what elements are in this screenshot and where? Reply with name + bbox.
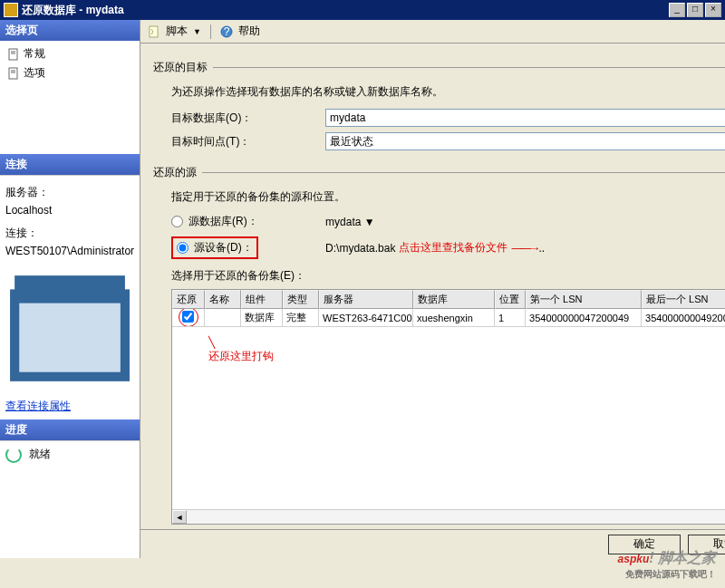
annotation-line: ╲ (208, 336, 215, 349)
radio-db-label: 源数据库(R)： (188, 214, 258, 229)
annotation-checkbox-circle (182, 311, 194, 325)
cancel-button[interactable]: 取消 (688, 535, 725, 554)
target-db-combo[interactable]: mydata ▼ (325, 109, 725, 127)
source-db-value: mydata (325, 216, 361, 228)
scroll-left-button[interactable]: ◄ (172, 510, 187, 524)
help-icon: ? (220, 25, 233, 38)
view-props-link[interactable]: 查看连接属性 (5, 400, 71, 412)
connection-value: WEST50107\Administrator (5, 245, 134, 257)
progress-section: 就绪 (0, 440, 140, 558)
source-device-value: D:\mydata.bak (325, 242, 395, 255)
col-name[interactable]: 名称 (205, 290, 241, 309)
connection-header: 连接 (0, 154, 140, 175)
page-item-options[interactable]: 选项 (4, 63, 136, 82)
horizontal-scrollbar[interactable]: ◄ ► (172, 509, 725, 524)
col-database[interactable]: 数据库 (413, 290, 495, 309)
annotation-device-box: 源设备(D)： (171, 236, 258, 259)
radio-source-database[interactable] (171, 216, 183, 227)
annotation-check-here: 还原这里打钩 (208, 350, 274, 362)
cell-name (205, 309, 241, 327)
select-page-header: 选择页 (0, 20, 140, 41)
svg-rect-7 (14, 276, 125, 304)
page-item-general[interactable]: 常规 (4, 44, 136, 63)
radio-device-label: 源设备(D)： (194, 240, 253, 255)
section-target: 还原的目标 (153, 60, 208, 75)
target-db-label: 目标数据库(O)： (171, 111, 325, 126)
source-db-combo: mydata ▼ (325, 216, 375, 228)
minimize-button[interactable]: _ (669, 3, 685, 17)
view-connection-properties[interactable]: 查看连接属性 (5, 266, 134, 413)
svg-rect-0 (9, 49, 17, 60)
script-button[interactable]: 脚本 (166, 24, 188, 39)
col-restore[interactable]: 还原 (172, 290, 205, 309)
grid-header-row: 还原 名称 组件 类型 服务器 数据库 位置 第一个 LSN 最后一个 LSN (172, 290, 725, 309)
server-label: 服务器： (5, 185, 134, 200)
cell-last-lsn: 354000000049200001 (642, 309, 725, 327)
maximize-button[interactable]: □ (687, 3, 703, 17)
window-title: 还原数据库 - mydata (22, 3, 667, 18)
left-panel: 选择页 常规 选项 连接 服务器： Localhost 连接： WEST5010… (0, 20, 140, 558)
target-hint: 为还原操作选择现有数据库的名称或键入新数据库名称。 (171, 84, 725, 100)
radio-source-device[interactable] (177, 242, 188, 254)
page-icon (7, 48, 20, 61)
right-panel: 脚本 ▼ ? 帮助 还原的目标 为还原操作选择现有数据库的名称或键入新数据库名称… (140, 20, 725, 558)
cell-server: WEST263-6471C00 (319, 309, 413, 327)
svg-rect-3 (9, 68, 17, 79)
source-hint: 指定用于还原的备份集的源和位置。 (171, 189, 725, 205)
page-list: 常规 选项 (0, 41, 140, 154)
grid-data-row[interactable]: 数据库 完整 WEST263-6471C00 xueshengxin 1 354… (172, 309, 725, 327)
dropdown-arrow-icon: ▼ (364, 216, 375, 228)
target-time-value: 最近状态 (330, 134, 373, 149)
server-value: Localhost (5, 204, 134, 217)
toolbar-separator (210, 24, 211, 39)
section-source: 还原的源 (153, 165, 197, 180)
properties-icon (5, 266, 134, 395)
annotation-arrow-icon: ——→ (511, 242, 538, 255)
script-icon (148, 25, 160, 38)
col-component[interactable]: 组件 (241, 290, 283, 309)
cell-first-lsn: 354000000047200049 (526, 309, 642, 327)
watermark-sub: 免费网站源码下载吧！ (618, 568, 716, 581)
progress-status: 就绪 (29, 447, 51, 462)
content-area: 还原的目标 为还原操作选择现有数据库的名称或键入新数据库名称。 目标数据库(O)… (140, 43, 725, 529)
target-time-field: 最近状态 (325, 132, 725, 150)
script-dropdown[interactable]: ▼ (193, 27, 201, 36)
progress-ring-icon (5, 447, 22, 463)
help-button[interactable]: 帮助 (238, 24, 260, 39)
backupset-grid: 还原 名称 组件 类型 服务器 数据库 位置 第一个 LSN 最后一个 LSN … (171, 289, 725, 525)
window-titlebar: 还原数据库 - mydata _ □ × (0, 0, 725, 20)
footer-buttons: 确定 取消 (140, 529, 725, 558)
col-server[interactable]: 服务器 (319, 290, 413, 309)
restore-checkbox[interactable] (182, 311, 194, 323)
progress-header: 进度 (0, 419, 140, 440)
close-button[interactable]: × (705, 3, 721, 17)
connection-section: 服务器： Localhost 连接： WEST50107\Administrat… (0, 175, 140, 419)
svg-text:?: ? (224, 25, 230, 38)
scroll-track[interactable] (187, 510, 725, 524)
target-time-label: 目标时间点(T)： (171, 134, 325, 149)
svg-rect-6 (14, 294, 125, 377)
source-device-field: D:\mydata.bak (325, 242, 395, 255)
device-browse-button[interactable]: .. (538, 242, 545, 255)
cell-database: xueshengxin (413, 309, 495, 327)
cell-component: 数据库 (241, 309, 283, 327)
page-icon (7, 67, 20, 80)
annotation-find-file: 点击这里查找备份文件 (399, 240, 508, 255)
col-position[interactable]: 位置 (495, 290, 526, 309)
toolbar: 脚本 ▼ ? 帮助 (140, 20, 725, 43)
page-item-label: 选项 (24, 65, 45, 81)
target-db-value: mydata (330, 111, 365, 124)
page-item-label: 常规 (24, 46, 45, 62)
col-type[interactable]: 类型 (283, 290, 319, 309)
app-icon (4, 3, 18, 17)
connection-label: 连接： (5, 226, 134, 241)
backupset-label: 选择用于还原的备份集(E)： (171, 268, 725, 284)
cell-position: 1 (495, 309, 526, 327)
ok-button[interactable]: 确定 (608, 535, 681, 554)
col-first-lsn[interactable]: 第一个 LSN (526, 290, 642, 309)
col-last-lsn[interactable]: 最后一个 LSN (642, 290, 725, 309)
cell-type: 完整 (283, 309, 319, 327)
